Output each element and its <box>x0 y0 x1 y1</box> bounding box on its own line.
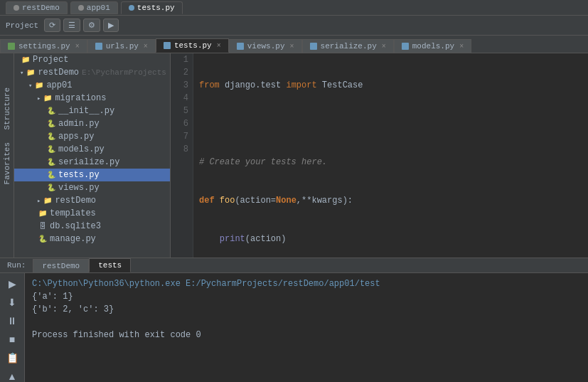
run-btn[interactable]: ▶ <box>4 276 20 292</box>
stop-btn[interactable]: ■ <box>4 331 20 347</box>
line-numbers: 1 2 3 4 5 6 7 8 <box>171 53 193 258</box>
file-tabs: settings.py × urls.py × tests.py × views… <box>0 36 588 53</box>
py-file-icon: 🐍 <box>46 169 57 181</box>
folder-icon: 📁 <box>25 67 36 78</box>
bottom-sidebar: ▶ ⬇ ⏸ ■ 📋 ▲ ▼ ✕ 🔖 <box>0 273 25 382</box>
file-tab-models[interactable]: models.py × <box>394 39 471 53</box>
close-icon[interactable]: × <box>217 42 221 50</box>
file-tab-tests[interactable]: tests.py × <box>156 38 229 53</box>
sidebar: 📁 Project ▾ 📁 restDemo E:\PycharmProject… <box>14 53 171 258</box>
scroll-up-btn[interactable]: ▲ <box>4 368 20 382</box>
chevron-right-icon: ▸ <box>37 95 41 102</box>
file-tab-serialize[interactable]: serialize.py × <box>302 39 394 53</box>
folder-icon: 📁 <box>33 80 45 91</box>
folder-icon: 📁 <box>42 92 53 104</box>
sidebar-item-migrations[interactable]: ▸ 📁 migrations <box>14 92 170 105</box>
py-file-icon: 🐍 <box>37 233 48 245</box>
sidebar-item-serialize[interactable]: 🐍 serialize.py <box>14 156 170 169</box>
sidebar-item-admin[interactable]: 🐍 admin.py <box>14 117 170 130</box>
project-icon: 📁 <box>20 54 31 65</box>
terminal-line-success: Process finished with exit code 0 <box>32 329 581 341</box>
sidebar-project-header[interactable]: 📁 Project <box>14 53 170 66</box>
file-icon-settings <box>8 43 15 50</box>
sidebar-item-templates[interactable]: 📁 templates <box>14 207 170 220</box>
toolbar-refresh-btn[interactable]: ⟳ <box>44 18 60 32</box>
bottom-tab-tests[interactable]: tests <box>89 258 131 272</box>
sidebar-item-models[interactable]: 🐍 models.py <box>14 143 170 156</box>
py-file-icon: 🐍 <box>46 156 57 168</box>
terminal-output: C:\Python\Python36\python.exe E:/Pycharm… <box>25 273 588 382</box>
file-icon-tests <box>164 42 171 49</box>
copy-btn[interactable]: 📋 <box>4 350 20 366</box>
file-tab-settings[interactable]: settings.py × <box>0 39 87 53</box>
code-content[interactable]: from django.test import TestCase # Creat… <box>193 53 588 258</box>
py-file-icon: 🐍 <box>46 105 57 117</box>
sidebar-item-init[interactable]: 🐍 __init__.py <box>14 105 170 117</box>
toolbar-run-btn[interactable]: ▶ <box>103 18 119 32</box>
close-icon[interactable]: × <box>382 43 386 51</box>
bottom-tabs: Run: restDemo tests <box>0 258 588 273</box>
folder-icon: 📁 <box>37 208 48 219</box>
title-tab-restdemo[interactable]: restDemo <box>6 1 68 14</box>
bottom-content: ▶ ⬇ ⏸ ■ 📋 ▲ ▼ ✕ 🔖 C:\Python\Python36\pyt… <box>0 273 588 382</box>
code-line-1: from django.test import TestCase <box>199 79 582 92</box>
pause-btn[interactable]: ⏸ <box>4 313 20 329</box>
sidebar-item-restdemo-sub[interactable]: ▸ 📁 restDemo <box>14 194 170 207</box>
close-icon[interactable]: × <box>75 43 80 51</box>
toolbar-settings-btn[interactable]: ⚙ <box>83 18 100 32</box>
py-file-icon: 🐍 <box>46 182 57 193</box>
db-file-icon: 🗄 <box>37 221 48 232</box>
file-icon-urls <box>95 43 102 50</box>
chevron-down-icon: ▾ <box>20 69 23 77</box>
chevron-right-icon: ▸ <box>37 197 41 205</box>
toolbar: Project ⟳ ☰ ⚙ ▶ <box>0 16 588 36</box>
editor[interactable]: 1 2 3 4 5 6 7 8 from django.test import … <box>171 53 588 258</box>
code-line-4: def foo(action=None,**kwargs): <box>199 194 582 207</box>
py-file-icon: 🐍 <box>46 144 57 155</box>
rerun-btn[interactable]: ⬇ <box>4 295 20 310</box>
close-icon[interactable]: × <box>459 43 464 51</box>
toolbar-project-label: Project <box>3 21 41 30</box>
sidebar-item-app01[interactable]: ▾ 📁 app01 <box>14 79 170 92</box>
left-tab-favorites[interactable]: Favorites <box>1 137 14 190</box>
sidebar-item-apps[interactable]: 🐍 apps.py <box>14 130 170 143</box>
sidebar-item-manage[interactable]: 🐍 manage.py <box>14 233 170 245</box>
file-icon-serialize <box>310 43 317 50</box>
tab-dot <box>78 5 84 11</box>
terminal-line-1: {'a': 1} <box>32 290 581 303</box>
terminal-line-3 <box>32 316 581 329</box>
sidebar-item-db[interactable]: 🗄 db.sqlite3 <box>14 220 170 233</box>
py-file-icon: 🐍 <box>46 118 57 129</box>
main-area: Structure Favorites 📁 Project ▾ 📁 restDe… <box>0 53 588 258</box>
py-file-icon: 🐍 <box>46 131 57 142</box>
tab-dot <box>129 5 134 11</box>
run-label: Run: <box>0 259 33 272</box>
close-icon[interactable]: × <box>144 43 148 51</box>
file-icon-models <box>402 43 409 50</box>
sidebar-item-views[interactable]: 🐍 views.py <box>14 181 170 194</box>
file-tab-views[interactable]: views.py × <box>229 39 302 53</box>
tab-dot <box>14 5 19 11</box>
close-icon[interactable]: × <box>290 43 294 51</box>
file-icon-views <box>237 43 244 50</box>
sidebar-item-restdemo-root[interactable]: ▾ 📁 restDemo E:\PycharmProjects <box>14 66 170 79</box>
bottom-panel: Run: restDemo tests ▶ ⬇ ⏸ ■ 📋 ▲ ▼ ✕ 🔖 C:… <box>0 258 588 382</box>
code-line-3: # Create your tests here. <box>199 156 582 169</box>
sidebar-item-tests[interactable]: 🐍 tests.py <box>14 169 170 181</box>
left-tab-structure[interactable]: Structure <box>1 82 14 135</box>
file-tab-urls[interactable]: urls.py × <box>87 39 156 53</box>
folder-icon: 📁 <box>42 195 53 206</box>
code-line-5: print(action) <box>199 233 582 245</box>
code-line-2 <box>199 117 582 130</box>
terminal-line-2: {'b': 2, 'c': 3} <box>32 303 581 316</box>
chevron-down-icon: ▾ <box>28 82 32 90</box>
title-bar: restDemo app01 tests.py <box>0 0 588 16</box>
bottom-tab-restdemo[interactable]: restDemo <box>33 259 89 272</box>
title-tab-app01[interactable]: app01 <box>70 1 118 14</box>
toolbar-menu-btn[interactable]: ☰ <box>63 18 80 32</box>
title-tab-tests[interactable]: tests.py <box>121 1 183 14</box>
terminal-line-path: C:\Python\Python36\python.exe E:/Pycharm… <box>32 277 581 290</box>
left-tabs: Structure Favorites <box>0 53 14 258</box>
